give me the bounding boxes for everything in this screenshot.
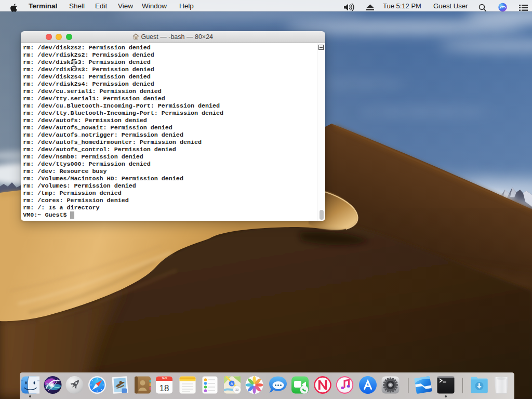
svg-text:A: A [231, 382, 233, 385]
svg-text:JAN: JAN [162, 377, 167, 380]
svg-text:30: 30 [235, 388, 239, 391]
svg-text:18: 18 [159, 383, 169, 393]
